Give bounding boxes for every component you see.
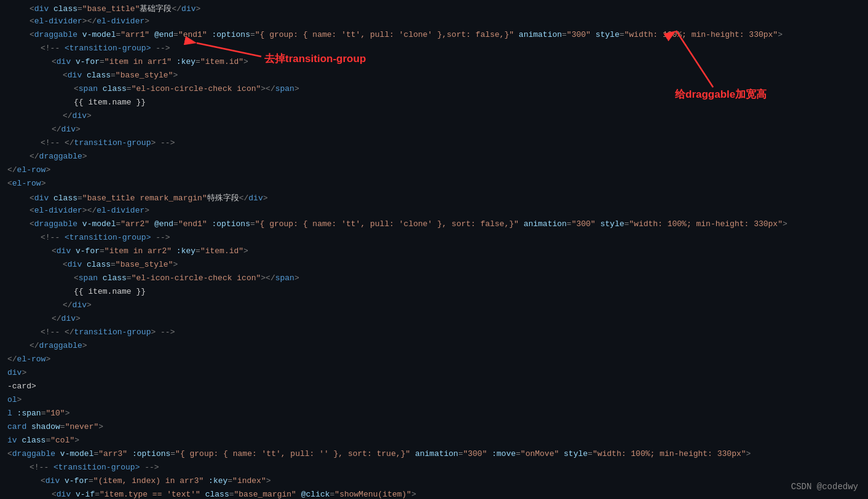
token: = (516, 449, 521, 458)
token: = (458, 449, 463, 458)
token: span (275, 84, 294, 93)
token: > (82, 341, 87, 350)
token: "arr3" (98, 449, 127, 458)
token: </ (52, 314, 61, 323)
code-content: <div class="base_title"基础字段</div><el-div… (0, 2, 868, 499)
token: class (49, 194, 77, 203)
code-line: </div> (0, 111, 868, 124)
token: <transition-group> (53, 463, 140, 472)
code-line: {{ item.name }} (0, 286, 868, 300)
token: < (63, 260, 68, 269)
token: "base_title" (82, 4, 140, 14)
token: div (57, 490, 71, 499)
token: < (41, 476, 45, 485)
token: --> (151, 233, 170, 242)
token: < (63, 71, 68, 80)
token: < (52, 246, 57, 256)
token: > (65, 409, 70, 418)
token: draggable (34, 219, 77, 229)
token: :options (207, 219, 250, 229)
code-line: <div class="base_title remark_margin"特殊字… (0, 192, 868, 205)
token: class (82, 71, 111, 80)
token: < (30, 219, 34, 229)
token: </ (52, 125, 61, 134)
code-line: ol> (0, 395, 868, 408)
code-line: </draggable> (0, 151, 868, 165)
token: > (144, 206, 149, 215)
token: "arr1" (120, 30, 149, 39)
token: "arr2" (120, 219, 149, 229)
token: style (559, 449, 588, 458)
token: = (116, 219, 120, 229)
token: "onMove" (521, 449, 559, 458)
token: = (620, 30, 625, 39)
token: ></ (82, 206, 97, 215)
code-line: card shadow="never"> (0, 422, 868, 435)
token: card (7, 422, 26, 431)
token: > (294, 273, 299, 283)
token: span (275, 273, 294, 283)
token: "showMenu(item)" (334, 490, 411, 499)
token: -card> (7, 382, 36, 391)
code-line: <div v-for="(item, index) in arr3" :key=… (0, 476, 868, 489)
token: "el-icon-circle-check icon" (132, 273, 261, 283)
token: "{ group: { name: 'tt', pull: '' }, sort… (175, 449, 410, 458)
token: = (45, 436, 50, 445)
token: 基础字段 (140, 3, 172, 14)
code-line: <span class="el-icon-circle-check icon">… (0, 273, 868, 286)
code-line: <el-row> (0, 178, 868, 192)
token: = (624, 219, 629, 229)
token: div (68, 71, 82, 80)
token: = (250, 219, 255, 229)
token: div (45, 476, 60, 485)
token: <transition-group> (65, 44, 151, 53)
token: animation (410, 449, 458, 458)
token: class (98, 84, 127, 93)
token: > --> (151, 328, 175, 337)
token: > (778, 30, 783, 39)
token: v-for (60, 476, 89, 485)
token: > (82, 152, 87, 161)
code-line: <el-divider></el-divider> (0, 16, 868, 29)
token: </ (7, 165, 17, 175)
token: "base_title remark_margin" (82, 194, 207, 203)
token: > --> (151, 138, 175, 147)
token: </ (30, 341, 39, 350)
token: </ (63, 111, 73, 120)
token: ></ (82, 17, 97, 26)
code-line: </draggable> (0, 340, 868, 354)
token: l (7, 409, 12, 418)
token: class (17, 436, 46, 445)
token: {{ item.name }} (74, 287, 146, 296)
token: </ (239, 194, 249, 203)
token: draggable (39, 341, 82, 350)
token: > (87, 301, 92, 310)
code-line: </div> (0, 124, 868, 138)
token: = (77, 4, 82, 14)
watermark: CSDN @codedwy (791, 482, 858, 492)
code-line: iv class="col"> (0, 435, 868, 449)
token: = (195, 57, 200, 66)
token: :key (172, 57, 195, 66)
token: v-for (71, 57, 100, 66)
token: > (22, 368, 26, 377)
token: < (7, 179, 12, 188)
token: class (98, 273, 127, 283)
token: < (30, 30, 34, 39)
token: "end1" (178, 30, 207, 39)
token: span (79, 84, 98, 93)
token: < (30, 194, 34, 203)
token: "width: 100%; min-height: 330px" (625, 30, 778, 39)
token: "index" (232, 476, 266, 485)
token: div (73, 111, 87, 120)
token: :key (172, 246, 195, 256)
token: div (248, 194, 262, 203)
token: < (74, 84, 79, 93)
token: > (294, 84, 299, 93)
token: = (588, 449, 593, 458)
code-line: -card> (0, 381, 868, 395)
token: div (73, 301, 87, 310)
token: el-row (17, 165, 46, 175)
token: = (127, 84, 132, 93)
token: draggable (39, 152, 82, 161)
